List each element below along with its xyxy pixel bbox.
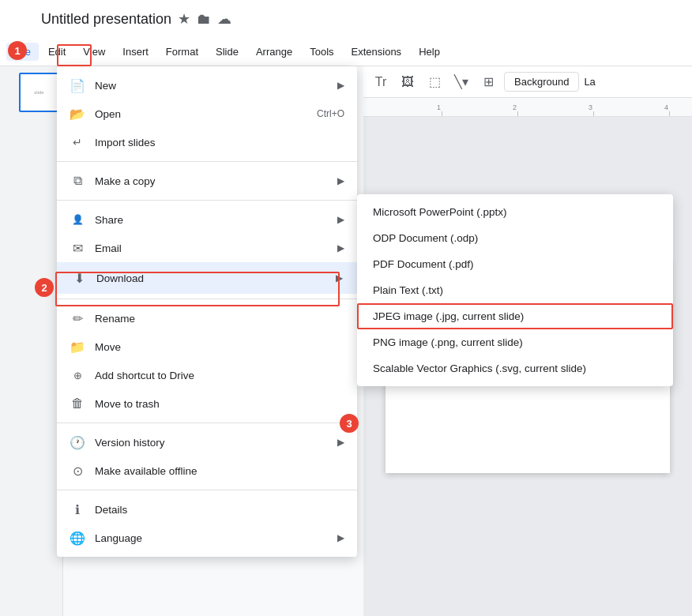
menu-item-edit[interactable]: Edit [40, 43, 73, 61]
menu-item-arrange[interactable]: Arrange [248, 43, 300, 61]
divider-5 [57, 490, 357, 490]
details-label: Details [95, 504, 344, 516]
open-shortcut: Ctrl+O [317, 108, 344, 119]
shortcut-label: Add shortcut to Drive [95, 370, 344, 381]
file-menu-details[interactable]: ℹ Details [57, 495, 357, 524]
download-label: Download [96, 272, 326, 284]
file-menu-dropdown: 📄 New ▶ 📂 Open Ctrl+O ↵ Import slides ⧉ … [57, 66, 357, 557]
copy-icon: ⧉ [70, 173, 85, 189]
rename-icon: ✏ [70, 310, 85, 326]
file-menu-move[interactable]: 📁 Move [57, 332, 357, 361]
menu-bar: File Edit View Insert Format Slide Arran… [0, 38, 692, 66]
file-menu-open[interactable]: 📂 Open Ctrl+O [57, 100, 357, 128]
offline-label: Make available offline [95, 465, 344, 477]
menu-item-slide[interactable]: Slide [208, 43, 246, 61]
download-jpeg[interactable]: JPEG image (.jpg, current slide) [357, 303, 673, 329]
file-menu-import[interactable]: ↵ Import slides [57, 128, 357, 156]
folder-icon[interactable]: 🖿 [197, 11, 211, 28]
file-menu-new[interactable]: 📄 New ▶ [57, 71, 357, 100]
divider-3 [57, 299, 357, 299]
title-icons: ★ 🖿 ☁ [178, 10, 231, 28]
rename-label: Rename [95, 313, 344, 325]
file-menu-language[interactable]: 🌐 Language ▶ [57, 524, 357, 552]
details-icon: ℹ [70, 501, 85, 517]
email-icon: ✉ [70, 240, 85, 256]
trash-icon: 🗑 [70, 396, 85, 411]
ruler-mark-3: 3 [518, 103, 594, 116]
line-icon[interactable]: ╲▾ [450, 71, 472, 93]
language-label: Language [95, 532, 328, 544]
slide-panel: 1 slide [0, 66, 63, 616]
jpeg-label: JPEG image (.jpg, current slide) [373, 310, 524, 322]
move-label: Move [95, 341, 344, 353]
pptx-label: Microsoft PowerPoint (.pptx) [373, 206, 507, 218]
file-menu-trash[interactable]: 🗑 Move to trash [57, 389, 357, 418]
download-arrow: ▶ [336, 272, 343, 284]
share-label: Share [95, 214, 328, 226]
divider-2 [57, 200, 357, 201]
file-menu-copy[interactable]: ⧉ Make a copy ▶ [57, 167, 357, 195]
download-odp[interactable]: ODP Document (.odp) [357, 225, 673, 251]
divider-1 [57, 161, 357, 162]
ruler-mark-1: 1 [367, 103, 442, 116]
language-icon: 🌐 [70, 530, 85, 546]
background-button[interactable]: Background [504, 72, 579, 92]
new-arrow: ▶ [337, 80, 344, 91]
step-badge-2: 2 [35, 278, 54, 297]
slide-thumbnail[interactable]: slide [19, 73, 59, 112]
file-menu-share[interactable]: 👤 Share ▶ [57, 205, 357, 234]
title-bar: Untitled presentation ★ 🖿 ☁ [0, 0, 692, 38]
open-label: Open [95, 108, 307, 120]
menu-item-help[interactable]: Help [411, 43, 448, 61]
menu-item-view[interactable]: View [75, 43, 113, 61]
download-submenu: Microsoft PowerPoint (.pptx) ODP Documen… [357, 194, 673, 386]
ruler-mark-2: 2 [442, 103, 518, 116]
download-pdf[interactable]: PDF Document (.pdf) [357, 251, 673, 277]
slide-thumb-content: slide [32, 88, 45, 96]
toolbar: Tr 🖼 ⬚ ╲▾ ⊞ Background La [363, 66, 692, 98]
open-icon: 📂 [70, 106, 85, 122]
png-label: PNG image (.png, current slide) [373, 336, 523, 348]
copy-arrow: ▶ [337, 175, 344, 186]
share-arrow: ▶ [337, 214, 344, 225]
email-label: Email [95, 242, 328, 254]
move-icon: 📁 [70, 339, 85, 355]
download-svg[interactable]: Scalable Vector Graphics (.svg, current … [357, 355, 673, 381]
odp-label: ODP Document (.odp) [373, 232, 478, 244]
share-icon: 👤 [70, 212, 85, 227]
trash-label: Move to trash [95, 398, 344, 410]
ruler-mark-4: 4 [594, 103, 670, 116]
download-pptx[interactable]: Microsoft PowerPoint (.pptx) [357, 199, 673, 225]
menu-item-insert[interactable]: Insert [115, 43, 156, 61]
slide-list: 1 slide [3, 73, 59, 112]
download-txt[interactable]: Plain Text (.txt) [357, 277, 673, 303]
image-icon[interactable]: 🖼 [397, 71, 419, 93]
file-menu-download[interactable]: ⬇ Download ▶ [57, 262, 357, 294]
file-menu-version-history[interactable]: 🕐 Version history ▶ [57, 428, 357, 456]
ruler-marks: 1 2 3 4 [367, 103, 670, 116]
menu-item-tools[interactable]: Tools [302, 43, 341, 61]
star-icon[interactable]: ★ [178, 10, 190, 28]
file-menu-offline[interactable]: ⊙ Make available offline [57, 456, 357, 485]
textbox-plus-icon[interactable]: ⊞ [477, 71, 499, 93]
file-menu-email[interactable]: ✉ Email ▶ [57, 234, 357, 262]
new-label: New [95, 80, 328, 92]
file-menu-add-shortcut[interactable]: ⊕ Add shortcut to Drive [57, 361, 357, 389]
new-icon: 📄 [70, 77, 85, 93]
history-icon: 🕐 [70, 434, 85, 450]
file-menu-rename[interactable]: ✏ Rename [57, 304, 357, 332]
txt-label: Plain Text (.txt) [373, 284, 443, 296]
step-badge-3: 3 [340, 414, 359, 433]
text-icon[interactable]: Tr [370, 71, 392, 93]
layout-label: La [584, 76, 595, 88]
pdf-label: PDF Document (.pdf) [373, 258, 474, 270]
divider-4 [57, 423, 357, 423]
cloud-icon[interactable]: ☁ [217, 10, 231, 28]
import-label: Import slides [95, 137, 344, 148]
download-icon: ⬇ [71, 270, 87, 286]
menu-item-extensions[interactable]: Extensions [344, 43, 410, 61]
shape-icon[interactable]: ⬚ [423, 71, 446, 93]
download-png[interactable]: PNG image (.png, current slide) [357, 329, 673, 355]
offline-icon: ⊙ [70, 463, 85, 479]
menu-item-format[interactable]: Format [158, 43, 206, 61]
